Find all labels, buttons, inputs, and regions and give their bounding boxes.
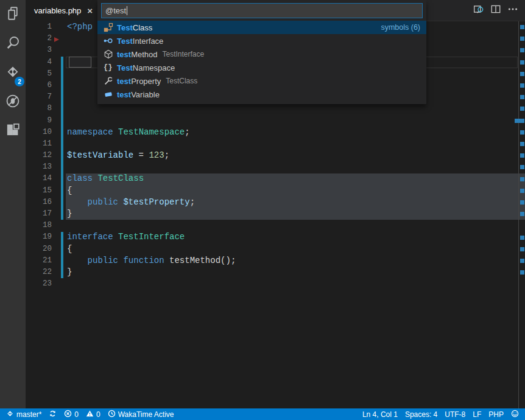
code-line-20[interactable]: 20{ — [26, 243, 525, 255]
line-number[interactable]: 16 — [26, 197, 52, 208]
code-line-17[interactable]: 17} — [26, 208, 525, 220]
sync-icon — [49, 410, 57, 419]
line-content — [52, 33, 67, 44]
status-git-branch[interactable]: master* — [2, 408, 45, 420]
search-query: @test — [105, 6, 126, 15]
activity-bar-source-control[interactable]: 2 — [0, 58, 26, 88]
activity-bar-extensions[interactable] — [0, 117, 26, 146]
ruler-mark — [520, 37, 524, 41]
vscode-window: 2 variables.php × 1<?php2345678910namesp… — [0, 0, 525, 420]
line-number[interactable]: 1 — [26, 21, 52, 33]
class-icon — [104, 23, 117, 32]
code-line-16[interactable]: 16 public $testProperty; — [26, 197, 525, 208]
code-line-9[interactable]: 9 — [26, 115, 525, 127]
code-line-8[interactable]: 8 — [26, 103, 525, 114]
line-content: interface TestInterface — [52, 231, 185, 243]
line-number[interactable]: 22 — [26, 267, 52, 278]
line-number[interactable]: 4 — [26, 57, 52, 68]
line-number[interactable]: 2 — [26, 33, 52, 44]
line-number[interactable]: 9 — [26, 115, 52, 127]
line-number[interactable]: 3 — [26, 44, 52, 56]
overview-ruler[interactable] — [518, 21, 525, 408]
status-label: WakaTime Active — [118, 410, 174, 419]
method-icon — [104, 49, 117, 59]
more-actions-button[interactable] — [504, 0, 521, 21]
quick-open-item-TestInterface[interactable]: TestInterface — [97, 34, 426, 47]
code-line-10[interactable]: 10namespace TestNamespace; — [26, 127, 525, 138]
status-wakatime[interactable]: WakaTime Active — [104, 408, 178, 420]
warning-icon — [86, 410, 96, 419]
ruler-mark — [520, 177, 524, 181]
line-content: $testVariable = 123; — [52, 150, 169, 161]
symbol-search-input[interactable]: @test — [101, 3, 423, 18]
status-encoding[interactable]: UTF-8 — [441, 408, 469, 420]
ruler-mark — [520, 270, 524, 275]
status-cursor-position[interactable]: Ln 4, Col 1 — [359, 408, 401, 420]
line-number[interactable]: 12 — [26, 150, 52, 161]
ruler-mark — [520, 25, 524, 29]
line-number[interactable]: 18 — [26, 220, 52, 231]
quick-open-item-testVariable[interactable]: testVariable — [97, 88, 426, 101]
status-language-mode[interactable]: PHP — [485, 408, 507, 420]
line-number[interactable]: 15 — [26, 185, 52, 197]
close-icon[interactable]: × — [87, 6, 93, 15]
quick-open-item-TestNamespace[interactable]: {}TestNamespace — [97, 61, 426, 74]
code-line-19[interactable]: 19interface TestInterface — [26, 231, 525, 243]
quick-open-item-TestClass[interactable]: TestClasssymbols (6) — [97, 21, 426, 34]
code-line-21[interactable]: 21 public function testMethod(); — [26, 255, 525, 267]
line-number[interactable]: 10 — [26, 127, 52, 138]
code-line-13[interactable]: 13 — [26, 161, 525, 173]
line-number[interactable]: 17 — [26, 208, 52, 220]
open-preview-button[interactable] — [470, 0, 487, 21]
code-line-23[interactable]: 23 — [26, 278, 525, 290]
activity-bar-search[interactable] — [0, 29, 26, 58]
smiley-icon — [511, 410, 519, 419]
line-content — [52, 91, 67, 103]
status-feedback[interactable] — [507, 408, 523, 420]
quick-open-item-testProperty[interactable]: testPropertyTestClass — [97, 74, 426, 88]
status-warnings[interactable]: 0 — [82, 408, 104, 420]
ruler-mark — [520, 189, 524, 193]
status-label: PHP — [488, 410, 504, 419]
line-content: { — [52, 185, 72, 197]
status-eol[interactable]: LF — [469, 408, 485, 420]
status-label: LF — [473, 410, 481, 419]
scm-badge: 2 — [15, 77, 24, 86]
code-line-11[interactable]: 11 — [26, 138, 525, 150]
line-number[interactable]: 13 — [26, 161, 52, 173]
line-content — [52, 44, 67, 56]
line-number[interactable]: 21 — [26, 255, 52, 267]
text-cursor — [127, 6, 127, 15]
explorer-icon — [5, 6, 20, 23]
line-number[interactable]: 19 — [26, 231, 52, 243]
status-errors[interactable]: 0 — [60, 408, 82, 420]
line-number[interactable]: 7 — [26, 91, 52, 103]
line-number[interactable]: 11 — [26, 138, 52, 150]
status-label: 0 — [74, 410, 79, 419]
tab-variables-php[interactable]: variables.php × — [26, 0, 99, 21]
activity-bar: 2 — [0, 0, 26, 408]
line-number[interactable]: 23 — [26, 278, 52, 290]
quick-open-item-testMethod[interactable]: testMethodTestInterface — [97, 47, 426, 61]
line-number[interactable]: 6 — [26, 80, 52, 91]
code-line-18[interactable]: 18 — [26, 220, 525, 231]
status-label: master* — [16, 410, 41, 419]
line-number[interactable]: 14 — [26, 173, 52, 184]
ruler-mark — [520, 165, 524, 169]
status-sync[interactable] — [45, 408, 60, 420]
activity-bar-explorer[interactable] — [0, 0, 26, 29]
line-number[interactable]: 8 — [26, 103, 52, 114]
ruler-mark — [520, 200, 524, 205]
code-line-12[interactable]: 12$testVariable = 123; — [26, 150, 525, 161]
status-indentation[interactable]: Spaces: 4 — [401, 408, 441, 420]
line-content — [52, 161, 67, 173]
code-line-14[interactable]: 14class TestClass — [26, 173, 525, 184]
line-number[interactable]: 20 — [26, 243, 52, 255]
code-line-22[interactable]: 22} — [26, 267, 525, 278]
preview-icon — [473, 4, 484, 17]
line-number[interactable]: 5 — [26, 68, 52, 80]
split-editor-button[interactable] — [487, 0, 504, 21]
code-line-15[interactable]: 15{ — [26, 185, 525, 197]
activity-bar-debug[interactable] — [0, 88, 26, 117]
line-content: class TestClass — [52, 173, 144, 184]
